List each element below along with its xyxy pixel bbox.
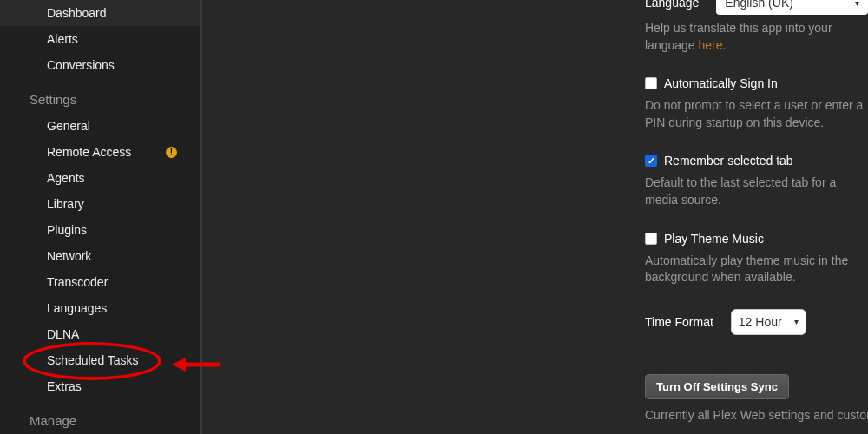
sidebar-header-settings: Settings (0, 85, 200, 113)
turn-off-sync-button[interactable]: Turn Off Settings Sync (645, 374, 789, 399)
sidebar-header-manage: Manage (0, 406, 200, 434)
sidebar-item-alerts[interactable]: Alerts (0, 26, 200, 52)
time-format-select[interactable]: 12 Hour ▾ (731, 309, 806, 335)
sidebar-item-conversions[interactable]: Conversions (0, 52, 200, 78)
sidebar-item-dlna[interactable]: DLNA (0, 321, 200, 347)
language-select[interactable]: English (UK) ▾ (716, 0, 868, 15)
theme-music-checkbox[interactable] (645, 233, 657, 245)
warning-icon: ! (166, 147, 177, 158)
sidebar-item-dashboard[interactable]: Dashboard (0, 0, 200, 26)
time-format-label: Time Format (645, 315, 713, 329)
sidebar-item-label: Languages (47, 301, 107, 315)
remember-tab-help: Default to the last selected tab for a m… (645, 174, 868, 208)
auto-signin-label: Automatically Sign In (664, 76, 778, 90)
theme-music-label: Play Theme Music (664, 232, 764, 246)
sidebar-item-remote-access[interactable]: Remote Access ! (0, 139, 200, 165)
sidebar-item-label: General (47, 119, 90, 133)
sidebar-item-network[interactable]: Network (0, 243, 200, 269)
translate-help: Help us translate this app into your lan… (645, 20, 868, 54)
sidebar-item-languages[interactable]: Languages (0, 295, 200, 321)
sidebar-item-library[interactable]: Library (0, 191, 200, 217)
auto-signin-checkbox[interactable] (645, 77, 657, 89)
sidebar-item-general[interactable]: General (0, 113, 200, 139)
sidebar-item-label: Agents (47, 171, 85, 185)
sidebar: Dashboard Alerts Conversions Settings Ge… (0, 0, 202, 434)
sidebar-item-label: Alerts (47, 32, 78, 46)
chevron-down-icon: ▾ (855, 0, 859, 8)
language-value: English (UK) (725, 0, 793, 10)
sidebar-item-plugins[interactable]: Plugins (0, 217, 200, 243)
settings-content: Language English (UK) ▾ Help us translat… (202, 0, 868, 434)
sidebar-item-label: Remote Access (47, 145, 131, 159)
sidebar-item-label: Dashboard (47, 6, 107, 20)
auto-signin-help: Do not prompt to select a user or enter … (645, 97, 868, 131)
sidebar-item-label: Conversions (47, 58, 115, 72)
chevron-down-icon: ▾ (794, 317, 799, 326)
translate-link[interactable]: here (699, 38, 723, 52)
sidebar-item-extras[interactable]: Extras (0, 373, 200, 399)
sidebar-item-label: Extras (47, 379, 82, 393)
sidebar-item-scheduled-tasks[interactable]: Scheduled Tasks (0, 347, 200, 373)
sidebar-item-label: Network (47, 249, 91, 263)
remember-tab-checkbox[interactable] (645, 155, 657, 167)
sync-help: Currently all Plex Web settings and cust… (645, 408, 868, 422)
sidebar-item-label: Transcoder (47, 275, 108, 289)
sidebar-item-label: Scheduled Tasks (47, 353, 139, 367)
time-format-value: 12 Hour (739, 315, 782, 329)
divider (645, 358, 868, 358)
language-label: Language (645, 0, 699, 10)
sidebar-item-label: DLNA (47, 327, 79, 341)
sidebar-item-agents[interactable]: Agents (0, 165, 200, 191)
remember-tab-label: Remember selected tab (664, 154, 793, 168)
sidebar-item-transcoder[interactable]: Transcoder (0, 269, 200, 295)
sidebar-item-label: Plugins (47, 223, 87, 237)
theme-music-help: Automatically play theme music in the ba… (645, 253, 868, 286)
sidebar-item-label: Library (47, 197, 84, 211)
